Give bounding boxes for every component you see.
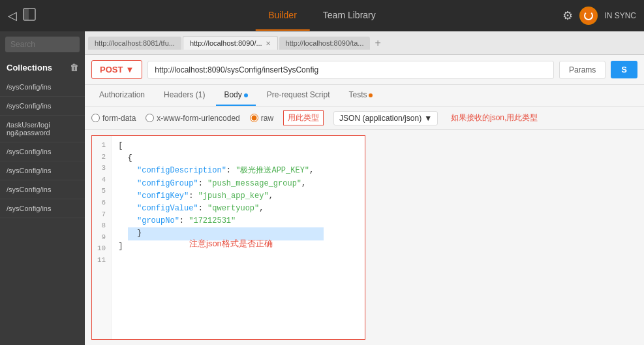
json-type-label: JSON (application/json) bbox=[339, 114, 422, 123]
method-button[interactable]: POST ▼ bbox=[91, 60, 142, 79]
raw-annotation: 用此类型 bbox=[283, 110, 324, 125]
tab-bar: http://localhost:8081/tfu... http://loca… bbox=[85, 31, 644, 55]
sync-indicator[interactable] bbox=[579, 7, 598, 25]
form-data-option[interactable]: form-data bbox=[91, 114, 136, 123]
back-icon[interactable]: ◁ bbox=[8, 8, 17, 23]
urlencoded-radio[interactable] bbox=[146, 114, 154, 122]
nav-tabs: Builder Team Library bbox=[255, 1, 389, 31]
tab-3-label: http://localhost:8090/ta... bbox=[286, 39, 364, 47]
sub-tab-body[interactable]: Body bbox=[216, 85, 255, 106]
gear-icon[interactable]: ⚙ bbox=[562, 8, 573, 23]
code-editor[interactable]: 1 2 3 4 5 6 7 8 9 10 11 [ { "configDescr… bbox=[91, 135, 365, 340]
search-bar bbox=[0, 31, 85, 58]
trash-icon[interactable]: 🗑 bbox=[70, 63, 78, 73]
list-item[interactable]: /sysConfig/ins bbox=[0, 78, 85, 97]
code-editor-container: 1 2 3 4 5 6 7 8 9 10 11 [ { "configDescr… bbox=[85, 130, 644, 345]
nav-left: ◁ bbox=[8, 7, 37, 25]
raw-option[interactable]: raw bbox=[250, 114, 273, 123]
json-annotation: 如果接收的json,用此类型 bbox=[451, 112, 538, 123]
svg-rect-1 bbox=[23, 8, 29, 20]
sub-tabs: Authorization Headers (1) Body Pre-reque… bbox=[85, 85, 644, 107]
list-item[interactable]: /sysConfig/ins bbox=[0, 97, 85, 116]
collections-label: Collections bbox=[7, 63, 52, 73]
tab-team-library[interactable]: Team Library bbox=[310, 1, 389, 31]
sub-tab-prerequest[interactable]: Pre-request Script bbox=[259, 85, 338, 106]
list-item[interactable]: /sysConfig/ins bbox=[0, 199, 85, 218]
tab-2-label: http://localhost:8090/... bbox=[190, 39, 262, 47]
content-area: http://localhost:8081/tfu... http://loca… bbox=[85, 31, 644, 345]
method-label: POST bbox=[100, 65, 123, 74]
sync-spinner bbox=[584, 11, 593, 20]
code-content: [ { "configDescription": "极光推送APP_KEY", … bbox=[112, 136, 320, 339]
sub-tab-tests[interactable]: Tests bbox=[341, 85, 380, 106]
tab-3[interactable]: http://localhost:8090/ta... bbox=[279, 37, 371, 50]
collections-header: Collections 🗑 bbox=[0, 58, 85, 78]
tests-dot bbox=[369, 93, 373, 97]
sub-tab-headers[interactable]: Headers (1) bbox=[156, 85, 213, 106]
tab-1[interactable]: http://localhost:8081/tfu... bbox=[88, 37, 181, 50]
search-input[interactable] bbox=[5, 37, 80, 52]
tab-2-close[interactable]: ✕ bbox=[266, 40, 271, 47]
tab-builder[interactable]: Builder bbox=[255, 1, 310, 31]
sidebar: Collections 🗑 /sysConfig/ins /sysConfig/… bbox=[0, 31, 85, 345]
send-button[interactable]: S bbox=[611, 61, 637, 78]
nav-right: ⚙ IN SYNC bbox=[562, 7, 636, 25]
urlencoded-option[interactable]: x-www-form-urlencoded bbox=[146, 114, 239, 123]
list-item[interactable]: /taskUser/logi ng&password bbox=[0, 116, 85, 142]
form-data-label: form-data bbox=[102, 114, 136, 123]
sync-label: IN SYNC bbox=[604, 11, 636, 20]
json-chevron-icon: ▼ bbox=[424, 114, 432, 123]
sidebar-items: /sysConfig/ins /sysConfig/ins /taskUser/… bbox=[0, 78, 85, 345]
list-item[interactable]: /sysConfig/ins bbox=[0, 142, 85, 161]
request-bar: POST ▼ Params S bbox=[85, 55, 644, 85]
list-item[interactable]: /sysConfig/ins bbox=[0, 180, 85, 199]
tab-add-button[interactable]: + bbox=[371, 37, 384, 49]
url-input[interactable] bbox=[147, 61, 554, 79]
json-type-select[interactable]: JSON (application/json) ▼ bbox=[333, 111, 438, 125]
urlencoded-label: x-www-form-urlencoded bbox=[157, 114, 239, 123]
top-bar: ◁ Builder Team Library ⚙ IN SYNC bbox=[0, 0, 644, 31]
form-data-radio[interactable] bbox=[91, 114, 100, 122]
method-chevron-icon: ▼ bbox=[125, 65, 134, 74]
body-dot bbox=[244, 93, 248, 97]
params-button[interactable]: Params bbox=[559, 61, 606, 79]
body-options: form-data x-www-form-urlencoded raw 用此类型… bbox=[85, 107, 644, 130]
sub-tab-authorization[interactable]: Authorization bbox=[91, 85, 153, 106]
raw-radio[interactable] bbox=[250, 114, 258, 122]
tab-1-label: http://localhost:8081/tfu... bbox=[95, 39, 175, 47]
line-numbers: 1 2 3 4 5 6 7 8 9 10 11 bbox=[92, 136, 112, 339]
main-layout: Collections 🗑 /sysConfig/ins /sysConfig/… bbox=[0, 31, 644, 345]
raw-label: raw bbox=[261, 114, 273, 123]
layout-icon[interactable] bbox=[22, 7, 37, 25]
list-item[interactable]: /sysConfig/ins bbox=[0, 161, 85, 180]
tab-2[interactable]: http://localhost:8090/... ✕ bbox=[183, 36, 278, 50]
